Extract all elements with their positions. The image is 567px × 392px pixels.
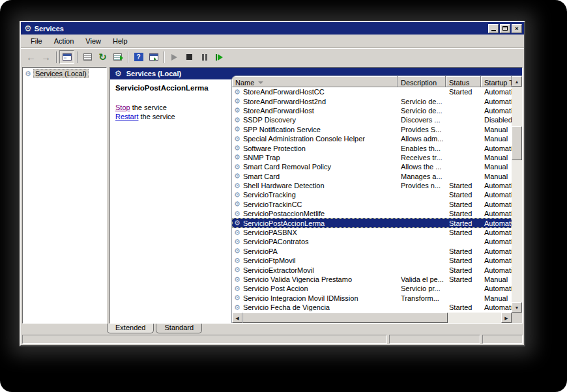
service-row[interactable]: ⚙SPP Notification ServiceProvides S...Ma… [232, 125, 512, 134]
toolbar-separator [164, 51, 164, 63]
service-name-cell: ⚙SNMP Trap [232, 154, 398, 161]
service-gear-icon: ⚙ [234, 107, 240, 114]
back-arrow-icon: ← [26, 52, 36, 62]
stop-service-link[interactable]: Stop [115, 104, 130, 111]
menu-view[interactable]: View [80, 36, 107, 46]
properties-icon [83, 53, 92, 61]
restart-service-button[interactable] [212, 50, 227, 64]
menu-action[interactable]: Action [48, 36, 80, 46]
service-row[interactable]: ⚙ServicioPostaccionMetlifeStartedAutomat… [232, 209, 512, 218]
service-name-cell: ⚙StoreAndForwardHost [232, 107, 398, 115]
service-description: Provides S... [398, 126, 446, 133]
service-row-selected[interactable]: ⚙ServicioPostAccionLermaStartedAutomatic [232, 218, 512, 227]
service-row[interactable]: ⚙ServicioPAStartedAutomatic [232, 247, 512, 256]
horizontal-scroll-thumb[interactable] [242, 313, 448, 323]
menu-file[interactable]: File [25, 36, 48, 46]
service-description: Manages a... [398, 173, 446, 180]
service-row[interactable]: ⚙Smart CardManages a...Manual [232, 172, 512, 181]
service-status: Started [446, 219, 481, 227]
service-startup-type: Manual [481, 154, 512, 161]
horizontal-scrollbar[interactable]: ◀ ▶ [232, 313, 512, 323]
service-name-cell: ⚙SSDP Discovery [232, 116, 398, 124]
tab-extended[interactable]: Extended [107, 324, 154, 333]
service-row[interactable]: ⚙Special Administration Console HelperAl… [232, 134, 512, 143]
service-row[interactable]: ⚙StoreAndForwardHost2ndServicio de...Aut… [232, 96, 512, 105]
service-name: ServicioPASBNX [243, 229, 297, 236]
scroll-left-button[interactable]: ◀ [232, 313, 242, 323]
service-row[interactable]: ⚙StoreAndForwardHostCCStartedAutomatic [232, 87, 512, 96]
column-header-name[interactable]: Name [232, 76, 398, 87]
service-row[interactable]: ⚙Servicio Valida Vigencia PrestamoValida… [232, 275, 512, 284]
service-row[interactable]: ⚙SNMP TrapReceives tr...Manual [232, 153, 512, 162]
service-row[interactable]: ⚙Software ProtectionEnables th...Automat… [232, 143, 512, 152]
service-name: Servicio Fecha de Vigencia [243, 303, 330, 311]
start-service-button[interactable] [167, 50, 182, 64]
selected-service-name: ServicioPostAccionLerma [115, 84, 226, 92]
vertical-scroll-thumb[interactable] [512, 126, 522, 160]
service-gear-icon: ⚙ [234, 276, 240, 283]
service-row[interactable]: ⚙Shell Hardware DetectionProvides n...St… [232, 181, 512, 190]
column-header-status[interactable]: Status [446, 76, 481, 87]
title-bar[interactable]: ⚙ Services × [21, 22, 524, 35]
restart-service-link[interactable]: Restart [115, 113, 138, 120]
service-gear-icon: ⚙ [234, 304, 240, 311]
service-row[interactable]: ⚙ServicioPASBNXStartedAutomatic [232, 228, 512, 237]
help-button[interactable]: ? [131, 50, 146, 64]
toolbar: ←→↻? [21, 48, 524, 66]
service-name-cell: ⚙Software Protection [232, 145, 398, 152]
maximize-button[interactable] [500, 24, 510, 33]
scroll-down-button[interactable]: ▼ [512, 302, 522, 313]
service-row[interactable]: ⚙ServicioTrackinCCStartedAutomatic [232, 200, 512, 209]
pause-service-button[interactable] [197, 50, 212, 64]
service-description: Discovers ... [398, 116, 446, 124]
service-name-cell: ⚙SPP Notification Service [232, 126, 398, 133]
restart-icon [216, 54, 223, 61]
service-row[interactable]: ⚙ServicioFtpMovilStartedAutomatic [232, 256, 512, 265]
show-action-pane-button[interactable] [146, 50, 161, 64]
tab-standard[interactable]: Standard [156, 324, 202, 333]
menu-help[interactable]: Help [107, 36, 134, 46]
service-startup-type: Automatic [481, 88, 512, 96]
vertical-scrollbar[interactable]: ▲ ▼ [512, 76, 522, 313]
service-row[interactable]: ⚙Smart Card Removal PolicyAllows the ...… [232, 162, 512, 171]
restart-service-line: Restart the service [115, 113, 226, 121]
service-row[interactable]: ⚙ServicioTrackingStartedAutomatic [232, 190, 512, 199]
service-row[interactable]: ⚙Servicio Integracion Movil IDMissionTra… [232, 294, 512, 303]
column-header-startup-type[interactable]: Startup Type [481, 76, 512, 87]
service-startup-type: Automatic [481, 238, 512, 245]
service-row[interactable]: ⚙Servicio Post AccionServicio pr...Autom… [232, 284, 512, 293]
minimize-button[interactable] [488, 24, 499, 33]
pause-icon [202, 54, 207, 61]
service-name-cell: ⚙ServicioExtractorMovil [232, 266, 398, 274]
service-name-cell: ⚙ServicioTracking [232, 191, 398, 199]
service-startup-type: Manual [481, 173, 512, 180]
service-row[interactable]: ⚙StoreAndForwardHostServicio de...Automa… [232, 106, 512, 115]
refresh-button[interactable]: ↻ [95, 50, 110, 64]
back-button[interactable]: ← [23, 50, 38, 64]
service-status: Started [446, 229, 481, 236]
service-startup-type: Automatic [481, 266, 512, 274]
service-gear-icon: ⚙ [234, 98, 240, 105]
service-startup-type: Automatic [481, 210, 512, 217]
service-name: ServicioPostAccionLerma [243, 219, 325, 227]
service-row[interactable]: ⚙Servicio Fecha de VigenciaStartedAutoma… [232, 303, 512, 312]
show-console-tree-button[interactable] [59, 50, 74, 64]
close-button[interactable]: × [512, 24, 522, 33]
restart-service-text: the service [138, 113, 175, 120]
stop-service-button[interactable] [182, 50, 197, 64]
status-section-2 [389, 335, 480, 344]
service-row[interactable]: ⚙SSDP DiscoveryDiscovers ...Disabled [232, 115, 512, 124]
export-list-button[interactable] [110, 50, 125, 64]
scroll-right-button[interactable]: ▶ [501, 313, 512, 323]
service-startup-type: Automatic [481, 219, 512, 227]
service-row[interactable]: ⚙ServicioExtractorMovilStartedAutomatic [232, 265, 512, 274]
properties-button[interactable] [80, 50, 95, 64]
column-header-description[interactable]: Description [398, 76, 446, 87]
forward-button[interactable]: → [38, 50, 53, 64]
service-description: Servicio pr... [398, 285, 446, 292]
service-row[interactable]: ⚙ServicioPAContratosAutomatic [232, 237, 512, 246]
tree-item-services-local[interactable]: ⚙ Services (Local) [23, 69, 106, 78]
scroll-up-button[interactable]: ▲ [512, 76, 522, 87]
service-name: ServicioTracking [243, 191, 296, 199]
service-gear-icon: ⚙ [234, 89, 240, 96]
